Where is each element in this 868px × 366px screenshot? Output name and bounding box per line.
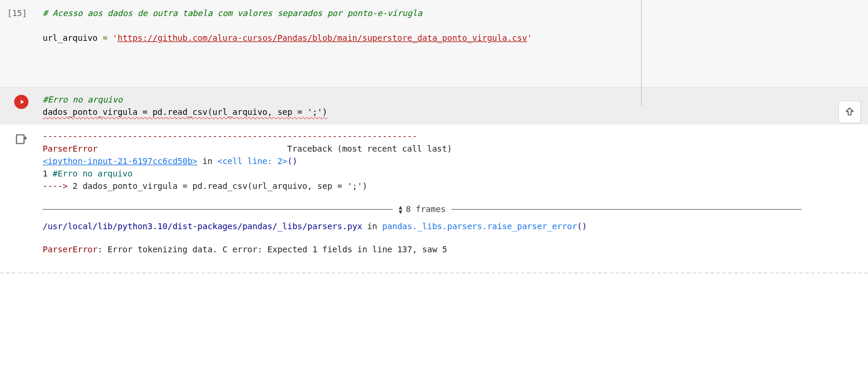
code-comment-2: #Erro no arquivo [43, 95, 123, 104]
cell-error-code-editor[interactable]: #Erro no arquivo dados_ponto_virgula = p… [43, 94, 868, 118]
cell-exec-count: [15] [0, 7, 43, 44]
tb-header-row: ParserErrorTraceback (most recent call l… [43, 143, 850, 155]
code-cell-input-row: #Erro no arquivo dados_ponto_virgula = p… [0, 87, 868, 124]
run-cell-button[interactable] [14, 95, 28, 109]
traceback-body: ----------------------------------------… [43, 130, 868, 256]
tb-frame-path: /usr/local/lib/python3.10/dist-packages/… [43, 221, 362, 231]
tb-final-error-row: ParserError: Error tokenizing data. C er… [43, 243, 850, 256]
code-url[interactable]: https://github.com/alura-cursos/Pandas/b… [117, 33, 527, 43]
tb-line1-num: 1 [43, 169, 53, 178]
cell-bottom-divider [0, 272, 868, 274]
cell-output: ----------------------------------------… [0, 124, 868, 268]
tb-cell-line: <cell line: 2> [217, 156, 287, 166]
cell-gutter [0, 94, 43, 118]
editor-vertical-guide [641, 0, 642, 105]
tb-ipython-link[interactable]: <ipython-input-21-6197cc6cd50b> [43, 156, 197, 166]
tb-line2-num: 2 [73, 181, 83, 191]
tb-separator: ----------------------------------------… [43, 130, 850, 143]
tb-line1-text: #Erro no arquivo [53, 169, 133, 178]
frames-expander[interactable]: ▲▼ 8 frames [43, 203, 802, 216]
tb-error-name: ParserError [43, 144, 98, 153]
tb-paren: () [287, 156, 297, 166]
divider-line-left [43, 209, 393, 210]
tb-recent-call: Traceback (most recent call last) [287, 144, 452, 153]
code-assign: = [98, 33, 113, 43]
tb-context-line-2: ----> 2 dados_ponto_virgula = pd.read_cs… [43, 180, 850, 192]
cell-15-code-editor[interactable]: # Acesso aos dados de outra tabela com v… [43, 7, 868, 44]
tb-arrow: ----> [43, 181, 73, 191]
code-var: url_arquivo [43, 33, 98, 43]
tb-source-row: <ipython-input-21-6197cc6cd50b> in <cell… [43, 155, 850, 168]
tb-in-word: in [197, 156, 217, 166]
code-quote-close: ' [527, 33, 532, 43]
code-line-error: dados_ponto_virgula = pd.read_csv(url_ar… [43, 107, 327, 117]
tb-frame-func: pandas._libs.parsers.raise_parser_error [382, 221, 577, 231]
tb-line2-text: dados_ponto_virgula = pd.read_csv(url_ar… [82, 181, 367, 191]
code-cell-error: #Erro no arquivo dados_ponto_virgula = p… [0, 87, 868, 268]
divider-line-right [451, 209, 802, 210]
tb-final-error-name: ParserError [43, 245, 98, 254]
code-cell-15[interactable]: [15] # Acesso aos dados de outra tabela … [0, 0, 868, 87]
tb-paren-2: () [577, 221, 587, 231]
tb-in-word-2: in [362, 221, 382, 231]
frames-label: 8 frames [406, 203, 446, 216]
tb-final-error-msg: : Error tokenizing data. C error: Expect… [98, 245, 447, 254]
tb-frame-path-row: /usr/local/lib/python3.10/dist-packages/… [43, 220, 850, 233]
tb-context-line-1: 1 #Erro no arquivo [43, 168, 850, 180]
play-icon [18, 98, 25, 105]
code-comment: # Acesso aos dados de outra tabela com v… [43, 8, 422, 18]
svg-rect-0 [17, 135, 24, 144]
output-gutter [0, 130, 43, 256]
expand-frames-icon: ▲▼ [399, 205, 402, 214]
scroll-to-top-button[interactable] [838, 101, 861, 123]
output-toggle-icon[interactable] [15, 133, 28, 146]
arrow-up-icon [844, 106, 856, 118]
